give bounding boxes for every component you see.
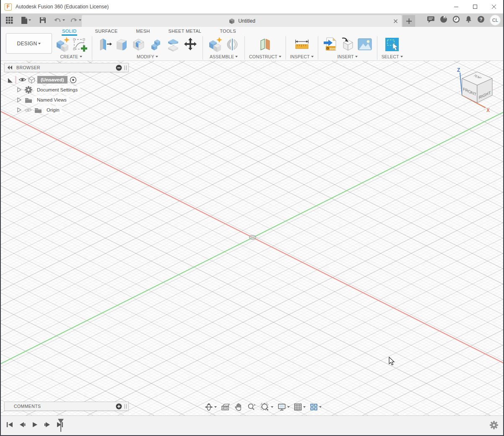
shell-button[interactable] bbox=[131, 36, 147, 53]
split-body-button[interactable] bbox=[165, 36, 181, 53]
folder-icon bbox=[34, 107, 42, 113]
group-modify-label[interactable]: MODIFY bbox=[137, 54, 154, 59]
add-comment-icon[interactable] bbox=[116, 403, 122, 410]
workspace-selector[interactable]: DESIGN bbox=[6, 33, 52, 54]
notifications-button[interactable] bbox=[465, 16, 472, 25]
display-settings-icon bbox=[278, 403, 286, 411]
panel-grip[interactable] bbox=[125, 404, 127, 409]
close-tab-button[interactable] bbox=[392, 17, 399, 25]
comments-button[interactable] bbox=[427, 16, 435, 25]
assemble-new-component-button[interactable] bbox=[207, 36, 223, 53]
new-tab-button[interactable] bbox=[403, 15, 415, 27]
press-pull-button[interactable] bbox=[96, 36, 112, 53]
group-select-label[interactable]: SELECT bbox=[382, 54, 399, 59]
grid-snap-button[interactable] bbox=[292, 403, 308, 411]
save-icon bbox=[39, 17, 46, 23]
split-body-icon bbox=[166, 37, 181, 52]
visibility-eye-icon[interactable] bbox=[18, 77, 26, 83]
tab-close-icon bbox=[394, 19, 397, 23]
fillet-button[interactable] bbox=[114, 36, 130, 53]
save-button[interactable] bbox=[37, 14, 49, 26]
comments-panel-title: COMMENTS bbox=[14, 404, 116, 409]
new-component-button[interactable] bbox=[55, 36, 70, 53]
tab-mesh[interactable]: MESH bbox=[136, 28, 151, 34]
tree-item-document-settings[interactable]: Document Settings bbox=[7, 85, 80, 95]
select-button[interactable] bbox=[384, 36, 400, 53]
user-avatar[interactable]: CL bbox=[490, 15, 501, 26]
group-assemble-label[interactable]: ASSEMBLE bbox=[210, 54, 234, 59]
browser-root-row[interactable]: (Unsaved) bbox=[7, 75, 80, 85]
tab-sheet-metal[interactable]: SHEET METAL bbox=[168, 28, 202, 34]
create-sketch-icon bbox=[72, 37, 87, 52]
display-caret[interactable] bbox=[287, 406, 290, 408]
joint-button[interactable] bbox=[224, 36, 240, 53]
collapse-panel-icon[interactable] bbox=[7, 65, 13, 70]
close-window-button[interactable] bbox=[484, 0, 503, 13]
group-select: SELECT bbox=[382, 35, 403, 59]
timeline-step-forward-button[interactable] bbox=[43, 420, 52, 429]
measure-button[interactable] bbox=[294, 36, 310, 53]
origin-point[interactable] bbox=[249, 235, 256, 240]
measure-icon bbox=[294, 38, 309, 51]
fit-caret[interactable] bbox=[271, 406, 273, 408]
group-insert-label[interactable]: INSERT bbox=[337, 54, 354, 59]
browser-panel-header[interactable]: BROWSER bbox=[4, 63, 129, 72]
zoom-button[interactable]: ± bbox=[245, 403, 258, 411]
expand-caret-icon[interactable] bbox=[16, 107, 22, 113]
minimize-button[interactable] bbox=[447, 0, 465, 13]
comments-panel-header[interactable]: COMMENTS bbox=[4, 402, 129, 411]
create-sketch-button[interactable] bbox=[72, 36, 88, 53]
settings-gear-icon bbox=[25, 86, 32, 94]
tree-item-origin[interactable]: Origin bbox=[7, 105, 80, 115]
view-cube[interactable]: TOP FRONT RIGHT Z X bbox=[453, 66, 499, 115]
orbit-button[interactable] bbox=[203, 403, 219, 411]
activate-component-icon[interactable] bbox=[70, 76, 77, 84]
tab-tools[interactable]: TOOLS bbox=[219, 28, 236, 34]
recent-activity-button[interactable] bbox=[452, 16, 460, 25]
display-settings-button[interactable] bbox=[275, 403, 292, 411]
orbit-caret[interactable] bbox=[214, 406, 217, 408]
derive-button[interactable] bbox=[340, 36, 356, 53]
look-at-button[interactable] bbox=[219, 403, 232, 411]
maximize-button[interactable] bbox=[465, 0, 484, 13]
fit-button[interactable] bbox=[258, 403, 275, 411]
document-tab-label: Untitled bbox=[238, 18, 255, 24]
viewports-caret[interactable] bbox=[319, 406, 322, 408]
modeling-viewport[interactable]: BROWSER (Unsaved) bbox=[1, 61, 503, 415]
expanded-arrow-icon[interactable] bbox=[7, 76, 13, 83]
visibility-off-icon[interactable] bbox=[24, 107, 32, 113]
tree-item-named-views[interactable]: Named Views bbox=[7, 95, 80, 105]
help-button[interactable]: ? bbox=[477, 16, 485, 25]
grid-caret[interactable] bbox=[303, 406, 306, 408]
insert-svg-button[interactable]: SVG bbox=[322, 36, 338, 53]
group-create-label[interactable]: CREATE bbox=[60, 54, 78, 59]
canvas-button[interactable] bbox=[357, 36, 373, 53]
svg-badge-text: SVG bbox=[330, 47, 337, 51]
combine-button[interactable] bbox=[148, 36, 164, 53]
group-inspect-label[interactable]: INSPECT bbox=[290, 54, 310, 59]
panel-grip[interactable] bbox=[125, 65, 127, 70]
undo-button[interactable] bbox=[51, 14, 68, 26]
timeline-go-to-start-button[interactable] bbox=[5, 420, 14, 429]
group-construct-label[interactable]: CONSTRUCT bbox=[249, 54, 278, 59]
timeline-settings-button[interactable] bbox=[490, 421, 498, 431]
timeline-step-back-button[interactable] bbox=[18, 420, 27, 429]
tab-solid[interactable]: SOLID bbox=[62, 28, 77, 36]
file-menu-button[interactable] bbox=[19, 14, 34, 26]
minimize-panel-icon[interactable] bbox=[116, 65, 122, 71]
document-tab[interactable]: Untitled bbox=[82, 15, 402, 27]
construct-plane-button[interactable] bbox=[257, 36, 273, 53]
move-copy-button[interactable] bbox=[182, 36, 198, 53]
timeline-play-button[interactable] bbox=[30, 420, 39, 429]
tab-surface[interactable]: SURFACE bbox=[95, 28, 118, 34]
orbit-icon bbox=[205, 403, 213, 411]
root-document-label[interactable]: (Unsaved) bbox=[37, 76, 68, 84]
expand-caret-icon[interactable] bbox=[16, 97, 22, 103]
timeline-position-marker[interactable] bbox=[57, 418, 64, 434]
file-icon bbox=[21, 17, 27, 24]
viewports-button[interactable] bbox=[308, 403, 324, 411]
pan-button[interactable] bbox=[232, 403, 245, 411]
data-panel-button[interactable] bbox=[3, 14, 16, 26]
job-status-button[interactable] bbox=[440, 16, 447, 25]
expand-caret-icon[interactable] bbox=[16, 86, 22, 93]
